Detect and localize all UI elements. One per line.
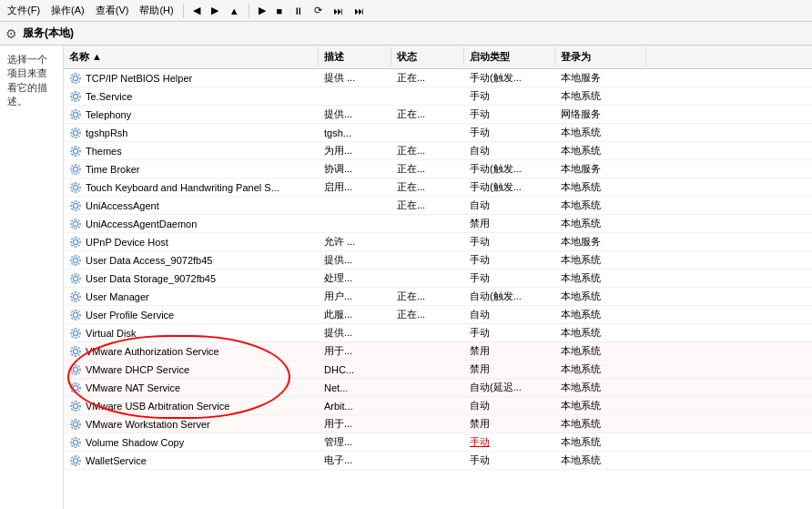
service-name-text: Time Broker (86, 164, 140, 175)
col-desc[interactable]: 描述 (319, 47, 391, 66)
service-row[interactable]: TCP/IP NetBIOS Helper 提供 ... 正在... 手动(触发… (64, 69, 812, 87)
back-btn[interactable]: ◀ (189, 3, 204, 18)
address-bar: ⚙ 服务(本地) (0, 22, 812, 46)
col-status[interactable]: 状态 (391, 47, 464, 66)
service-row[interactable]: Volume Shadow Copy 管理... 手动 本地系统 (64, 433, 812, 452)
service-logon-cell: 本地系统 (555, 142, 646, 159)
help-menu[interactable]: 帮助(H) (136, 2, 177, 19)
svg-point-38 (73, 422, 77, 426)
service-status-cell (391, 222, 464, 226)
col-logon[interactable]: 登录为 (555, 47, 646, 66)
service-name-cell: User Profile Service (64, 307, 319, 323)
service-row[interactable]: VMware Workstation Server 用于... 禁用 本地系统 (64, 415, 812, 433)
service-logon-cell: 本地系统 (555, 397, 646, 414)
content-area: 名称 ▲ 描述 状态 启动类型 登录为 TCP/IP NetBIOS Helpe… (64, 46, 812, 509)
skip-btn[interactable]: ⏭ (330, 4, 347, 18)
address-text: 服务(本地) (23, 25, 74, 41)
service-icon (69, 127, 82, 139)
service-name-cell: UniAccessAgentDaemon (64, 216, 319, 232)
service-name-text: User Data Storage_9072fb45 (86, 273, 216, 284)
service-desc-cell: DHC... (319, 362, 391, 377)
service-icon (69, 454, 82, 467)
service-startup-cell: 手动 (464, 270, 555, 287)
service-desc-cell: 为用... (319, 142, 391, 159)
pause-btn[interactable]: ⏸ (289, 4, 307, 18)
sep2 (249, 4, 249, 18)
service-row[interactable]: Te.Service 手动 本地系统 (64, 87, 812, 106)
svg-point-10 (73, 167, 77, 171)
service-desc-cell: 处理... (319, 270, 391, 287)
service-startup-cell: 手动 (464, 251, 555, 269)
svg-point-6 (73, 130, 77, 135)
service-logon-cell: 本地系统 (555, 379, 646, 396)
service-status-cell (391, 95, 464, 98)
service-row[interactable]: UPnP Device Host 允许 ... 手动 本地服务 (64, 233, 812, 251)
service-startup-cell: 禁用 (464, 215, 555, 232)
service-row[interactable]: Themes 为用... 正在... 自动 本地系统 (64, 142, 812, 160)
svg-point-36 (73, 403, 77, 408)
col-startup[interactable]: 启动类型 (464, 47, 555, 66)
service-row[interactable]: VMware USB Arbitration Service Arbit... … (64, 397, 812, 415)
service-row[interactable]: VMware Authorization Service 用于... 禁用 本地… (64, 342, 812, 361)
service-startup-cell: 自动(触发... (464, 288, 555, 305)
service-desc-cell: 管理... (319, 433, 391, 451)
service-row[interactable]: Time Broker 协调... 正在... 手动(触发... 本地服务 (64, 160, 812, 178)
stop-btn[interactable]: ■ (273, 4, 287, 18)
service-startup-cell: 自动 (464, 306, 555, 323)
service-name-cell: VMware Authorization Service (64, 343, 319, 360)
action-menu[interactable]: 操作(A) (47, 2, 88, 19)
service-name-text: VMware USB Arbitration Service (86, 401, 229, 412)
service-row[interactable]: VMware NAT Service Net... 自动(延迟... 本地系统 (64, 379, 812, 397)
service-startup-cell: 手动(触发... (464, 69, 555, 87)
service-row[interactable]: User Data Storage_9072fb45 处理... 手动 本地系统 (64, 270, 812, 288)
service-name-cell: User Data Access_9072fb45 (64, 252, 319, 269)
up-btn[interactable]: ▲ (226, 4, 243, 18)
service-row[interactable]: User Manager 用户... 正在... 自动(触发... 本地系统 (64, 288, 812, 306)
service-row[interactable]: User Profile Service 此服... 正在... 自动 本地系统 (64, 306, 812, 324)
view-menu[interactable]: 查看(V) (92, 2, 133, 19)
service-row[interactable]: tgshpRsh tgsh... 手动 本地系统 (64, 124, 812, 142)
col-name[interactable]: 名称 ▲ (64, 47, 319, 66)
play-btn[interactable]: ▶ (255, 3, 269, 18)
service-startup-cell: 手动(触发... (464, 160, 555, 178)
service-desc-cell: 提供 ... (319, 69, 391, 87)
service-name-cell: Touch Keyboard and Handwriting Panel S..… (64, 179, 319, 196)
service-row[interactable]: UniAccessAgentDaemon 禁用 本地系统 (64, 215, 812, 233)
sep1 (183, 4, 184, 18)
service-status-cell (391, 368, 464, 372)
service-list[interactable]: TCP/IP NetBIOS Helper 提供 ... 正在... 手动(触发… (64, 69, 812, 509)
service-name-text: Telephony (86, 109, 131, 120)
service-row[interactable]: Telephony 提供... 正在... 手动 网络服务 (64, 106, 812, 124)
service-startup-cell: 手动 (464, 124, 555, 141)
service-desc-cell: 启用... (319, 178, 391, 196)
service-desc-cell: tgsh... (319, 126, 391, 140)
svg-point-34 (73, 385, 77, 390)
service-startup-cell: 禁用 (464, 415, 555, 433)
service-desc-cell: 协调... (319, 160, 391, 178)
service-row[interactable]: UniAccessAgent 正在... 自动 本地系统 (64, 197, 812, 215)
service-status-cell (391, 459, 464, 463)
svg-point-24 (73, 294, 77, 299)
service-status-cell (391, 422, 464, 426)
service-icon (69, 382, 82, 394)
svg-point-18 (73, 239, 77, 244)
service-row[interactable]: Touch Keyboard and Handwriting Panel S..… (64, 178, 812, 197)
service-name-text: WalletService (86, 455, 147, 466)
restart-btn[interactable]: ⟳ (310, 3, 326, 18)
forward-btn[interactable]: ▶ (208, 3, 222, 18)
service-name-text: User Manager (86, 291, 149, 302)
service-icon (69, 236, 82, 249)
service-desc-cell (319, 222, 391, 226)
svg-point-30 (73, 349, 77, 353)
service-status-cell: 正在... (391, 106, 464, 123)
svg-point-14 (73, 203, 77, 208)
service-row[interactable]: WalletService 电子... 手动 本地系统 (64, 452, 812, 470)
file-menu[interactable]: 文件(F) (4, 2, 44, 19)
service-logon-cell: 本地系统 (555, 124, 646, 141)
service-row[interactable]: User Data Access_9072fb45 提供... 手动 本地系统 (64, 251, 812, 270)
service-row[interactable]: VMware DHCP Service DHC... 禁用 本地系统 (64, 361, 812, 379)
service-status-cell (391, 404, 464, 408)
svg-point-0 (73, 76, 77, 80)
end-btn[interactable]: ⏭ (350, 4, 368, 18)
service-row[interactable]: Virtual Disk 提供... 手动 本地系统 (64, 324, 812, 342)
